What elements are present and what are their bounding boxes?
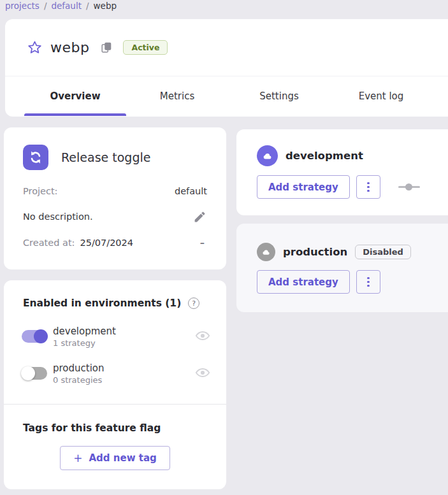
created-label: Created at: xyxy=(23,238,75,248)
eye-icon[interactable] xyxy=(194,328,211,345)
expiry-placeholder: – xyxy=(200,238,205,248)
status-badge: Active xyxy=(123,40,168,55)
development-cloud-icon xyxy=(257,145,278,166)
release-toggle-icon xyxy=(23,145,48,170)
environment-row-production: production 0 strategies xyxy=(4,360,226,387)
tab-metrics[interactable]: Metrics xyxy=(126,76,228,116)
description-row: No description. xyxy=(23,209,207,224)
flag-details-card: Release toggle Project: default No descr… xyxy=(4,127,226,269)
environments-tags-card: Enabled in environments (1) ? developmen… xyxy=(4,280,226,489)
environment-name: development xyxy=(53,326,116,337)
tags-title: Tags for this feature flag xyxy=(4,405,226,434)
kebab-icon xyxy=(367,285,370,287)
tab-bar: Overview Metrics Settings Event log xyxy=(5,76,448,116)
feature-flag-page: projects / default / webp webp Active Ov… xyxy=(0,0,448,495)
panel-header: development xyxy=(257,145,448,166)
breadcrumb-separator: / xyxy=(86,1,89,11)
environment-name: production xyxy=(53,362,105,374)
breadcrumb-projects[interactable]: projects xyxy=(5,1,40,11)
kebab-icon xyxy=(367,186,370,189)
plus-icon: + xyxy=(73,452,82,464)
add-new-tag-label: Add new tag xyxy=(89,452,156,464)
active-tab-underline xyxy=(24,113,126,116)
environment-info: development 1 strategy xyxy=(53,326,116,348)
edit-description-icon[interactable] xyxy=(192,209,207,224)
add-tag-container: + Add new tag xyxy=(4,446,226,470)
tab-event-log[interactable]: Event log xyxy=(330,76,432,116)
kebab-icon xyxy=(367,190,370,192)
project-row: Project: default xyxy=(23,186,207,196)
tab-settings-label: Settings xyxy=(259,90,299,102)
kebab-icon xyxy=(367,182,370,185)
kebab-icon xyxy=(367,281,370,283)
panel-actions: Add strategy xyxy=(257,270,448,294)
production-cloud-icon xyxy=(257,243,275,261)
tab-event-log-label: Event log xyxy=(359,90,404,102)
disabled-badge: Disabled xyxy=(355,245,411,259)
environments-title-row: Enabled in environments (1) ? xyxy=(4,280,226,309)
breadcrumb-current-flag: webp xyxy=(94,1,117,11)
flag-type-row: Release toggle xyxy=(23,145,207,170)
project-value[interactable]: default xyxy=(175,186,207,196)
handle-knob xyxy=(405,183,412,190)
tab-overview-label: Overview xyxy=(50,90,100,102)
kebab-icon xyxy=(367,277,370,280)
tab-settings[interactable]: Settings xyxy=(228,76,330,116)
development-environment-panel: development Add strategy xyxy=(236,129,448,215)
add-strategy-button[interactable]: Add strategy xyxy=(257,175,350,199)
tab-overview[interactable]: Overview xyxy=(24,76,126,116)
favorite-star-icon[interactable] xyxy=(27,40,42,55)
environment-info: production 0 strategies xyxy=(53,362,105,385)
environments-title: Enabled in environments (1) xyxy=(23,298,181,309)
development-toggle[interactable] xyxy=(22,330,47,343)
breadcrumb: projects / default / webp xyxy=(5,1,117,11)
created-value: 25/07/2024 xyxy=(80,238,133,248)
copy-icon[interactable] xyxy=(100,41,113,55)
toggle-knob xyxy=(34,329,48,343)
flag-type-label: Release toggle xyxy=(61,150,150,164)
created-row: Created at: 25/07/2024 – xyxy=(23,238,207,248)
kebab-menu-button[interactable] xyxy=(356,270,380,294)
toggle-knob xyxy=(21,366,35,380)
description-text: No description. xyxy=(23,212,93,222)
flag-title-row: webp Active xyxy=(5,19,448,76)
production-environment-panel: production Disabled Add strategy xyxy=(236,224,448,312)
panel-environment-name: development xyxy=(285,150,363,162)
environment-strategy-count: 0 strategies xyxy=(53,375,105,385)
page-title: webp xyxy=(50,39,89,55)
environment-row-development: development 1 strategy xyxy=(4,323,226,350)
production-toggle[interactable] xyxy=(22,367,47,380)
add-new-tag-button[interactable]: + Add new tag xyxy=(60,446,170,470)
breadcrumb-default[interactable]: default xyxy=(51,1,82,11)
panel-header: production Disabled xyxy=(257,243,448,261)
flag-header-card: webp Active Overview Metrics Settings Ev xyxy=(5,19,448,117)
collapse-handle-icon[interactable] xyxy=(398,183,420,190)
tab-metrics-label: Metrics xyxy=(160,90,194,102)
panel-environment-name: production xyxy=(283,246,347,258)
kebab-menu-button[interactable] xyxy=(356,175,380,199)
environment-strategy-count: 1 strategy xyxy=(53,338,116,348)
breadcrumb-separator: / xyxy=(44,1,47,11)
help-icon[interactable]: ? xyxy=(188,298,199,309)
project-label: Project: xyxy=(23,186,58,196)
add-strategy-button[interactable]: Add strategy xyxy=(257,270,350,294)
eye-icon[interactable] xyxy=(194,365,211,382)
panel-actions: Add strategy xyxy=(257,175,448,199)
